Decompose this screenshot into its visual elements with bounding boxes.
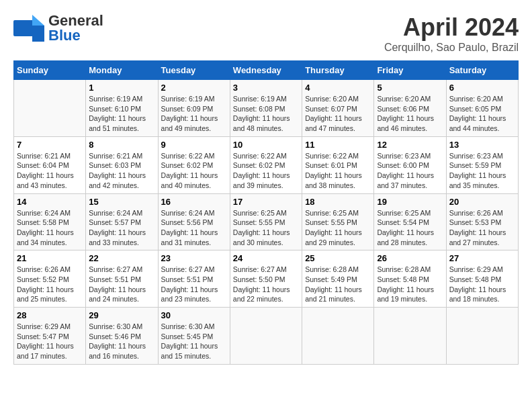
month-title: April 2024 <box>384 13 519 42</box>
day-number: 2 <box>161 83 227 93</box>
day-info: Sunrise: 6:21 AM Sunset: 6:03 PM Dayligh… <box>89 151 154 191</box>
day-number: 7 <box>17 140 83 150</box>
day-info: Sunrise: 6:20 AM Sunset: 6:07 PM Dayligh… <box>305 94 371 134</box>
calendar-day: 8Sunrise: 6:21 AM Sunset: 6:03 PM Daylig… <box>86 136 158 193</box>
calendar-day: 20Sunrise: 6:26 AM Sunset: 5:53 PM Dayli… <box>446 193 518 250</box>
day-info: Sunrise: 6:24 AM Sunset: 5:56 PM Dayligh… <box>161 208 227 248</box>
day-info: Sunrise: 6:22 AM Sunset: 6:02 PM Dayligh… <box>161 151 227 191</box>
calendar-day: 10Sunrise: 6:22 AM Sunset: 6:02 PM Dayli… <box>230 136 302 193</box>
calendar-day: 27Sunrise: 6:29 AM Sunset: 5:48 PM Dayli… <box>446 250 518 308</box>
calendar-day: 9Sunrise: 6:22 AM Sunset: 6:02 PM Daylig… <box>158 136 230 193</box>
day-info: Sunrise: 6:23 AM Sunset: 6:00 PM Dayligh… <box>377 151 443 191</box>
day-number: 10 <box>233 140 299 150</box>
weekday-header-friday: Friday <box>374 61 446 80</box>
day-number: 12 <box>377 140 443 150</box>
calendar-day: 13Sunrise: 6:23 AM Sunset: 5:59 PM Dayli… <box>446 136 518 193</box>
calendar-day: 2Sunrise: 6:19 AM Sunset: 6:09 PM Daylig… <box>158 80 230 137</box>
svg-marker-2 <box>32 26 44 42</box>
logo-text: GeneralBlue <box>48 13 103 43</box>
day-number: 26 <box>377 253 443 263</box>
calendar-day: 7Sunrise: 6:21 AM Sunset: 6:04 PM Daylig… <box>14 136 86 193</box>
day-info: Sunrise: 6:25 AM Sunset: 5:54 PM Dayligh… <box>377 208 443 248</box>
day-number: 25 <box>305 253 371 263</box>
day-info: Sunrise: 6:19 AM Sunset: 6:08 PM Dayligh… <box>233 94 299 134</box>
day-info: Sunrise: 6:29 AM Sunset: 5:48 PM Dayligh… <box>449 265 515 304</box>
calendar-day: 4Sunrise: 6:20 AM Sunset: 6:07 PM Daylig… <box>302 80 374 137</box>
day-info: Sunrise: 6:22 AM Sunset: 6:02 PM Dayligh… <box>233 151 299 191</box>
calendar-day: 14Sunrise: 6:24 AM Sunset: 5:58 PM Dayli… <box>14 193 86 250</box>
weekday-header-thursday: Thursday <box>302 61 374 80</box>
svg-marker-1 <box>32 15 44 26</box>
day-info: Sunrise: 6:30 AM Sunset: 5:45 PM Dayligh… <box>161 322 227 361</box>
day-info: Sunrise: 6:23 AM Sunset: 5:59 PM Dayligh… <box>449 151 515 191</box>
day-number: 14 <box>17 197 83 207</box>
logo-icon <box>13 15 44 42</box>
day-number: 23 <box>161 253 227 263</box>
calendar-day: 28Sunrise: 6:29 AM Sunset: 5:47 PM Dayli… <box>14 308 86 365</box>
day-number: 1 <box>89 83 154 93</box>
day-number: 19 <box>377 197 443 207</box>
day-number: 27 <box>449 253 515 263</box>
day-info: Sunrise: 6:26 AM Sunset: 5:52 PM Dayligh… <box>17 265 83 304</box>
day-info: Sunrise: 6:25 AM Sunset: 5:55 PM Dayligh… <box>305 208 371 248</box>
day-info: Sunrise: 6:22 AM Sunset: 6:01 PM Dayligh… <box>305 151 371 191</box>
day-info: Sunrise: 6:27 AM Sunset: 5:50 PM Dayligh… <box>233 265 299 304</box>
weekday-header-saturday: Saturday <box>446 61 518 80</box>
calendar-day <box>14 80 86 137</box>
day-info: Sunrise: 6:19 AM Sunset: 6:10 PM Dayligh… <box>89 94 154 134</box>
page-header: GeneralBlue April 2024 Cerquilho, Sao Pa… <box>13 13 519 54</box>
day-number: 3 <box>233 83 299 93</box>
calendar-day: 22Sunrise: 6:27 AM Sunset: 5:51 PM Dayli… <box>86 250 158 308</box>
calendar-day: 12Sunrise: 6:23 AM Sunset: 6:00 PM Dayli… <box>374 136 446 193</box>
day-number: 6 <box>449 83 515 93</box>
weekday-row: SundayMondayTuesdayWednesdayThursdayFrid… <box>14 61 519 80</box>
calendar-week-2: 7Sunrise: 6:21 AM Sunset: 6:04 PM Daylig… <box>14 136 519 193</box>
day-info: Sunrise: 6:28 AM Sunset: 5:48 PM Dayligh… <box>377 265 443 304</box>
day-info: Sunrise: 6:27 AM Sunset: 5:51 PM Dayligh… <box>161 265 227 304</box>
calendar-day: 24Sunrise: 6:27 AM Sunset: 5:50 PM Dayli… <box>230 250 302 308</box>
title-block: April 2024 Cerquilho, Sao Paulo, Brazil <box>384 13 519 54</box>
day-number: 28 <box>17 310 83 320</box>
calendar-day: 6Sunrise: 6:20 AM Sunset: 6:05 PM Daylig… <box>446 80 518 137</box>
day-number: 17 <box>233 197 299 207</box>
day-number: 11 <box>305 140 371 150</box>
day-number: 5 <box>377 83 443 93</box>
day-info: Sunrise: 6:30 AM Sunset: 5:46 PM Dayligh… <box>89 322 154 361</box>
calendar-header: SundayMondayTuesdayWednesdayThursdayFrid… <box>14 61 519 80</box>
calendar-day: 3Sunrise: 6:19 AM Sunset: 6:08 PM Daylig… <box>230 80 302 137</box>
calendar-day: 23Sunrise: 6:27 AM Sunset: 5:51 PM Dayli… <box>158 250 230 308</box>
calendar-table: SundayMondayTuesdayWednesdayThursdayFrid… <box>13 60 519 365</box>
day-number: 30 <box>161 310 227 320</box>
weekday-header-tuesday: Tuesday <box>158 61 230 80</box>
calendar-week-4: 21Sunrise: 6:26 AM Sunset: 5:52 PM Dayli… <box>14 250 519 308</box>
calendar-week-1: 1Sunrise: 6:19 AM Sunset: 6:10 PM Daylig… <box>14 80 519 137</box>
calendar-day: 11Sunrise: 6:22 AM Sunset: 6:01 PM Dayli… <box>302 136 374 193</box>
calendar-day: 16Sunrise: 6:24 AM Sunset: 5:56 PM Dayli… <box>158 193 230 250</box>
logo-blue-text: Blue <box>48 27 81 44</box>
logo: GeneralBlue <box>13 13 103 43</box>
weekday-header-monday: Monday <box>86 61 158 80</box>
location: Cerquilho, Sao Paulo, Brazil <box>384 42 519 54</box>
calendar-day: 5Sunrise: 6:20 AM Sunset: 6:06 PM Daylig… <box>374 80 446 137</box>
day-number: 16 <box>161 197 227 207</box>
day-info: Sunrise: 6:28 AM Sunset: 5:49 PM Dayligh… <box>305 265 371 304</box>
day-number: 15 <box>89 197 154 207</box>
calendar-week-3: 14Sunrise: 6:24 AM Sunset: 5:58 PM Dayli… <box>14 193 519 250</box>
day-info: Sunrise: 6:20 AM Sunset: 6:05 PM Dayligh… <box>449 94 515 134</box>
day-number: 8 <box>89 140 154 150</box>
day-info: Sunrise: 6:19 AM Sunset: 6:09 PM Dayligh… <box>161 94 227 134</box>
day-info: Sunrise: 6:20 AM Sunset: 6:06 PM Dayligh… <box>377 94 443 134</box>
day-number: 29 <box>89 310 154 320</box>
day-info: Sunrise: 6:25 AM Sunset: 5:55 PM Dayligh… <box>233 208 299 248</box>
calendar-day <box>374 308 446 365</box>
calendar-week-5: 28Sunrise: 6:29 AM Sunset: 5:47 PM Dayli… <box>14 308 519 365</box>
day-info: Sunrise: 6:27 AM Sunset: 5:51 PM Dayligh… <box>89 265 154 304</box>
weekday-header-sunday: Sunday <box>14 61 86 80</box>
calendar-day: 15Sunrise: 6:24 AM Sunset: 5:57 PM Dayli… <box>86 193 158 250</box>
calendar-day: 29Sunrise: 6:30 AM Sunset: 5:46 PM Dayli… <box>86 308 158 365</box>
calendar-day: 26Sunrise: 6:28 AM Sunset: 5:48 PM Dayli… <box>374 250 446 308</box>
day-number: 21 <box>17 253 83 263</box>
calendar-day: 21Sunrise: 6:26 AM Sunset: 5:52 PM Dayli… <box>14 250 86 308</box>
day-info: Sunrise: 6:24 AM Sunset: 5:57 PM Dayligh… <box>89 208 154 248</box>
day-info: Sunrise: 6:29 AM Sunset: 5:47 PM Dayligh… <box>17 322 83 361</box>
